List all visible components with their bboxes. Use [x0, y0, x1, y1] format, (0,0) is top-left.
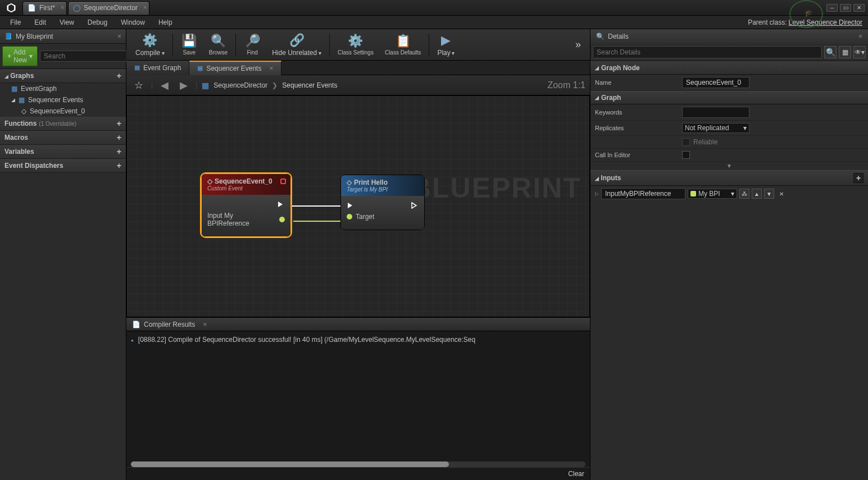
settings-icon: ⚙️	[348, 34, 363, 48]
compiler-scrollbar[interactable]	[131, 461, 585, 467]
section-graph-node[interactable]: ◢Graph Node	[590, 61, 868, 75]
remove-param-button[interactable]: ✕	[776, 189, 787, 199]
add-dispatcher-button[interactable]: +	[117, 161, 121, 170]
menu-file[interactable]: File	[4, 17, 26, 28]
show-advanced-button[interactable]: ▼	[590, 162, 868, 170]
menu-view[interactable]: View	[54, 17, 80, 28]
close-icon[interactable]: ×	[117, 33, 121, 40]
menu-debug[interactable]: Debug	[82, 17, 113, 28]
compiler-results-tab[interactable]: 📄 Compiler Results ×	[126, 318, 590, 331]
name-label: Name	[595, 79, 682, 86]
nav-forward-icon[interactable]: ▶	[176, 78, 191, 93]
clear-button[interactable]: Clear	[568, 470, 584, 478]
close-icon[interactable]: ×	[269, 65, 273, 72]
tree-sequencer-events[interactable]: ◢ ▦ Sequencer Events	[0, 94, 126, 106]
find-button[interactable]: 🔎 Find	[238, 30, 266, 60]
add-macro-button[interactable]: +	[117, 133, 121, 142]
nav-back-icon[interactable]: ◀	[157, 78, 172, 93]
view-options-icon[interactable]: 👁▾	[853, 46, 866, 58]
tab-sequencedirector[interactable]: ◯ SequenceDirector ×	[68, 1, 149, 15]
compile-button[interactable]: ⚙️ Compile ▾	[130, 30, 170, 60]
category-graphs[interactable]: ◢ Graphs +	[0, 69, 126, 83]
tree-eventgraph[interactable]: ▦ EventGraph	[0, 83, 126, 94]
details-search-input[interactable]	[593, 46, 822, 58]
functions-sub: (1 Overridable)	[39, 121, 76, 127]
my-blueprint-panel-tab[interactable]: 📘 My Blueprint ×	[0, 29, 126, 44]
category-dispatchers[interactable]: Event Dispatchers +	[0, 159, 126, 173]
expand-param-icon[interactable]: ▷	[595, 191, 599, 196]
toolbar-overflow-icon[interactable]: »	[570, 39, 587, 51]
keywords-field[interactable]	[682, 107, 749, 118]
section-inputs[interactable]: ◢ Inputs +	[590, 170, 868, 186]
tree-sequenceevent0[interactable]: ◇ SequenceEvent_0	[0, 106, 126, 117]
macros-label: Macros	[4, 134, 28, 141]
graph-tab-sequencer-events[interactable]: ▦ Sequencer Events ×	[189, 61, 281, 75]
menu-window[interactable]: Window	[115, 17, 151, 28]
play-label: Play	[437, 49, 450, 57]
close-icon[interactable]: ×	[61, 4, 64, 11]
node-sequenceevent0[interactable]: ◇SequenceEvent_0 Custom Event Inpu	[201, 173, 291, 237]
class-settings-button[interactable]: ⚙️ Class Settings	[332, 30, 379, 60]
move-up-button[interactable]: ▲	[752, 189, 762, 199]
category-functions[interactable]: Functions(1 Overridable) +	[0, 117, 126, 131]
node-print-hello[interactable]: ◇Print Hello Target is My BPI	[340, 175, 425, 230]
details-panel-tab[interactable]: 🔍 Details ×	[590, 29, 868, 44]
graph-icon: ▦	[11, 85, 17, 93]
parent-class-link[interactable]: Level Sequence Director	[789, 19, 862, 26]
delegate-pin[interactable]	[280, 179, 286, 184]
section-graph[interactable]: ◢Graph	[590, 91, 868, 104]
close-icon[interactable]: ×	[203, 321, 207, 328]
move-down-button[interactable]: ▼	[764, 189, 774, 199]
data-in-pin[interactable]: Target	[347, 213, 374, 221]
exec-out-pin[interactable]	[411, 202, 419, 209]
breadcrumb-root[interactable]: SequenceDirector	[213, 81, 267, 89]
compile-icon: ⚙️	[142, 33, 157, 48]
category-macros[interactable]: Macros +	[0, 131, 126, 145]
replicates-label: Replicates	[595, 125, 682, 131]
minimize-button[interactable]: –	[826, 4, 838, 12]
watermark: BLUEPRINT	[411, 172, 581, 204]
category-variables[interactable]: Variables +	[0, 145, 126, 159]
search-icon[interactable]: 🔍	[824, 46, 837, 58]
tab-first[interactable]: 📄 First* ×	[22, 1, 67, 15]
seqevent0-label: SequenceEvent_0	[30, 107, 85, 115]
maximize-button[interactable]: ▭	[840, 4, 851, 12]
close-button[interactable]: ✕	[853, 4, 865, 12]
favorite-icon[interactable]: ☆	[131, 78, 147, 93]
parent-class-label: Parent class:	[748, 19, 787, 26]
exec-out-pin[interactable]	[277, 200, 285, 208]
add-graph-button[interactable]: +	[117, 71, 121, 80]
pick-type-button[interactable]: ⁂	[739, 189, 749, 199]
name-field[interactable]	[682, 77, 749, 88]
browse-button[interactable]: 🔍 Browse	[203, 30, 233, 60]
class-defaults-button[interactable]: 📋 Class Defaults	[379, 30, 426, 60]
blueprint-search-input[interactable]	[40, 51, 132, 62]
save-button[interactable]: 💾 Save	[175, 30, 203, 60]
close-icon[interactable]: ×	[143, 4, 147, 11]
call-in-editor-checkbox[interactable]	[682, 151, 690, 159]
variables-label: Variables	[4, 148, 34, 156]
hide-unrelated-button[interactable]: 🔗 Hide Unrelated ▾	[266, 30, 327, 60]
exec-in-pin[interactable]	[347, 202, 355, 209]
my-blueprint-title: My Blueprint	[16, 33, 53, 40]
menu-edit[interactable]: Edit	[29, 17, 52, 28]
menu-help[interactable]: Help	[153, 17, 178, 28]
event-icon: ◇	[21, 107, 26, 115]
play-button[interactable]: ▶ Play ▾	[431, 30, 460, 60]
data-out-pin[interactable]: Input My BPIReference	[207, 212, 285, 227]
reliable-checkbox	[682, 138, 690, 146]
add-input-button[interactable]: +	[853, 173, 864, 183]
param-name-field[interactable]	[601, 188, 685, 199]
property-matrix-icon[interactable]: ▦	[839, 46, 851, 58]
close-icon[interactable]: ×	[858, 33, 862, 40]
replicates-dropdown[interactable]: Not Replicated ▾	[682, 123, 749, 133]
graph-canvas[interactable]: BLUEPRINT ◇SequenceEvent_0 Custom Event	[126, 95, 590, 317]
chevron-down-icon: ▾	[731, 190, 734, 198]
param-type-dropdown[interactable]: My BPI ▾	[688, 189, 737, 199]
add-variable-button[interactable]: +	[117, 147, 121, 156]
functions-label: Functions	[4, 120, 37, 127]
add-function-button[interactable]: +	[117, 119, 121, 128]
chevron-down-icon: ▾	[29, 52, 33, 60]
add-new-button[interactable]: + Add New ▾	[2, 46, 38, 66]
graph-tab-eventgraph[interactable]: ▦ Event Graph	[126, 61, 189, 75]
